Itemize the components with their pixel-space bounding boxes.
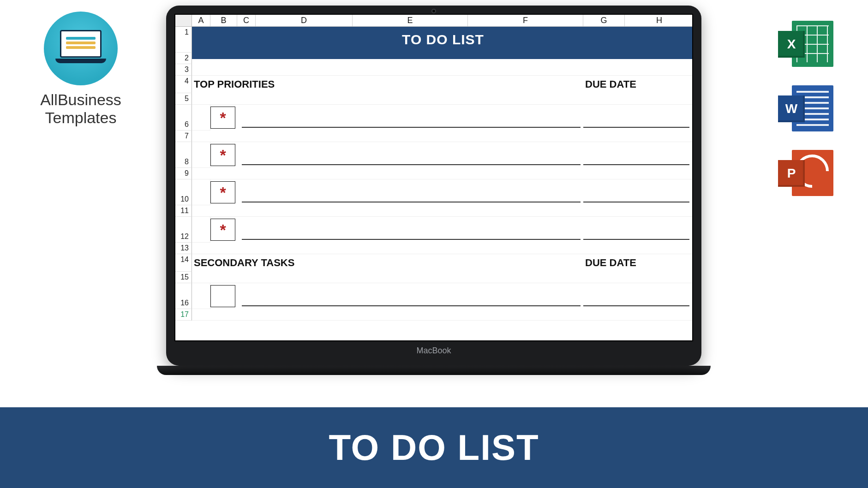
priority-check-1[interactable]: * [210, 107, 235, 129]
due-date-header-2[interactable]: DUE DATE [583, 254, 693, 272]
row-7[interactable]: 7 [175, 131, 192, 142]
due-line-3[interactable] [583, 179, 689, 202]
cell[interactable] [192, 309, 693, 321]
cell[interactable] [192, 93, 693, 105]
row-5[interactable]: 5 [175, 93, 192, 105]
laptop-label: MacBook [174, 341, 693, 362]
brand-block: AllBusiness Templates [30, 12, 132, 127]
word-icon: W [778, 85, 833, 136]
cell[interactable] [192, 179, 210, 205]
col-F[interactable]: F [468, 15, 583, 26]
row-8[interactable]: 8 [175, 142, 192, 168]
col-H[interactable]: H [625, 15, 693, 26]
col-E[interactable]: E [353, 15, 468, 26]
priority-check-4[interactable]: * [210, 219, 235, 241]
ppt-badge: P [778, 160, 805, 187]
row-10[interactable]: 10 [175, 179, 192, 205]
due-date-header-1[interactable]: DUE DATE [583, 76, 693, 93]
cell[interactable] [192, 142, 210, 168]
due-line-5[interactable] [583, 283, 689, 306]
task-line-2[interactable] [242, 142, 581, 165]
banner-title: TO DO LIST [329, 427, 539, 469]
row-11[interactable]: 11 [175, 205, 192, 217]
row-4[interactable]: 4 [175, 76, 192, 93]
priority-check-2[interactable]: * [210, 144, 235, 166]
row-13[interactable]: 13 [175, 243, 192, 254]
row-1[interactable]: 1 [175, 27, 192, 53]
task-line-4[interactable] [242, 217, 581, 240]
screen: A B C D E F G H 1 TO DO LIST [174, 14, 693, 341]
laptop-glyph-icon [55, 30, 106, 67]
row-16[interactable]: 16 [175, 283, 192, 309]
task-line-5[interactable] [242, 283, 581, 306]
cell[interactable] [192, 105, 210, 131]
powerpoint-icon: P [778, 150, 833, 201]
due-line-2[interactable] [583, 142, 689, 165]
grid-body[interactable]: 1 TO DO LIST 2 3 4 [175, 27, 692, 321]
row-6[interactable]: 6 [175, 105, 192, 131]
column-headers[interactable]: A B C D E F G H [175, 15, 692, 27]
cell[interactable] [192, 205, 693, 217]
col-A[interactable]: A [192, 15, 210, 26]
task-line-3[interactable] [242, 179, 581, 202]
brand-text: AllBusiness Templates [30, 91, 132, 127]
cell[interactable] [192, 283, 210, 309]
brand-line2: Templates [30, 109, 132, 127]
row-17[interactable]: 17 [175, 309, 192, 321]
cell[interactable] [192, 131, 693, 142]
col-B[interactable]: B [210, 15, 237, 26]
section-secondary-tasks[interactable]: SECONDARY TASKS [192, 254, 583, 272]
row-9[interactable]: 9 [175, 168, 192, 179]
brand-logo-icon [44, 12, 118, 85]
bottom-banner: TO DO LIST [0, 407, 868, 488]
laptop-base [157, 366, 711, 375]
word-badge: W [778, 95, 805, 122]
laptop-mockup: A B C D E F G H 1 TO DO LIST [166, 6, 701, 375]
brand-line1: AllBusiness [30, 91, 132, 109]
row-12[interactable]: 12 [175, 217, 192, 243]
cell[interactable] [192, 243, 693, 254]
select-all-cell[interactable] [175, 15, 192, 26]
cell[interactable] [192, 168, 693, 179]
col-C[interactable]: C [237, 15, 256, 26]
col-D[interactable]: D [256, 15, 353, 26]
row-15[interactable]: 15 [175, 272, 192, 283]
task-line-1[interactable] [242, 105, 581, 128]
secondary-check-1[interactable] [210, 285, 235, 307]
title-continuation [192, 53, 693, 59]
cell[interactable] [192, 217, 210, 243]
row-3[interactable]: 3 [175, 64, 192, 76]
sheet-title[interactable]: TO DO LIST [192, 27, 693, 53]
cell[interactable] [192, 64, 693, 76]
office-icons: X W P [773, 21, 838, 201]
section-top-priorities[interactable]: TOP PRIORITIES [192, 76, 583, 93]
spreadsheet[interactable]: A B C D E F G H 1 TO DO LIST [175, 15, 692, 340]
priority-check-3[interactable]: * [210, 181, 235, 203]
page: AllBusiness Templates X W P A B [0, 0, 868, 488]
due-line-1[interactable] [583, 105, 689, 128]
row-14[interactable]: 14 [175, 254, 192, 272]
due-line-4[interactable] [583, 217, 689, 240]
camera-icon [431, 9, 436, 13]
cell[interactable] [192, 272, 693, 283]
excel-icon: X [778, 21, 833, 71]
row-2[interactable]: 2 [175, 53, 192, 64]
col-G[interactable]: G [583, 15, 625, 26]
excel-badge: X [778, 31, 805, 58]
